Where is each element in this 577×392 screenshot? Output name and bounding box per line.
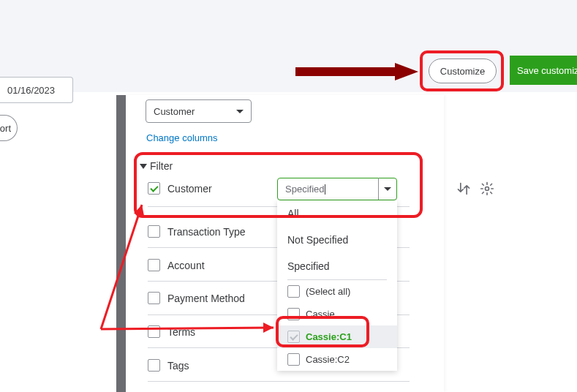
customer-filter-dropdown-toggle[interactable]	[378, 178, 396, 200]
chevron-down-icon	[236, 110, 244, 113]
option-cassie-c1[interactable]: Cassie:C1	[277, 325, 397, 348]
filter-row-terms: Terms	[148, 325, 195, 338]
cassie-c1-label: Cassie:C1	[306, 331, 352, 342]
filter-row-customer: Customer	[148, 182, 212, 195]
divider	[148, 381, 410, 382]
grouping-select[interactable]: Customer	[146, 99, 252, 123]
cassie-c1-checkbox[interactable]	[287, 331, 300, 343]
customer-checkbox[interactable]	[148, 182, 160, 195]
panel-resize-handle[interactable]	[116, 95, 126, 392]
filter-section-label: Filter	[150, 160, 173, 172]
option-select-all[interactable]: (Select all)	[277, 280, 397, 303]
option-all[interactable]: All	[277, 200, 397, 227]
cassie-c2-checkbox[interactable]	[287, 353, 300, 366]
svg-point-2	[486, 187, 489, 191]
payment-method-checkbox[interactable]	[148, 292, 160, 304]
filter-row-payment-method: Payment Method	[148, 292, 245, 304]
date-input[interactable]	[0, 77, 73, 103]
option-not-specified[interactable]: Not Specified	[277, 227, 397, 253]
customer-filter-value: Specified	[285, 184, 324, 195]
run-report-button[interactable]: ort	[0, 115, 18, 141]
customize-label: Customize	[440, 66, 485, 77]
tags-label: Tags	[167, 360, 189, 372]
save-customization-label: Save customiza	[517, 65, 577, 76]
select-all-label: (Select all)	[306, 286, 350, 297]
gear-icon[interactable]	[480, 181, 494, 196]
transaction-type-checkbox[interactable]	[148, 225, 160, 238]
cassie-c2-label: Cassie:C2	[306, 354, 350, 365]
transaction-type-label: Transaction Type	[167, 226, 246, 238]
option-cassie-c2[interactable]: Cassie:C2	[277, 348, 397, 371]
triangle-down-icon	[140, 164, 147, 169]
terms-checkbox[interactable]	[148, 325, 160, 338]
terms-label: Terms	[167, 326, 195, 338]
grouping-value: Customer	[154, 106, 195, 117]
option-cassie[interactable]: Cassie	[277, 303, 397, 325]
customer-dropdown: All Not Specified Specified (Select all)…	[277, 200, 397, 371]
change-columns-link[interactable]: Change columns	[146, 132, 218, 143]
option-specified[interactable]: Specified	[277, 253, 397, 279]
save-customization-button[interactable]: Save customiza	[510, 56, 577, 85]
chevron-down-icon	[384, 187, 391, 191]
report-action-icons	[456, 181, 494, 196]
sort-icon[interactable]	[456, 181, 471, 196]
payment-method-label: Payment Method	[167, 293, 245, 304]
customer-filter-label: Customer	[167, 183, 212, 195]
cassie-checkbox[interactable]	[287, 308, 300, 320]
filter-section-toggle[interactable]: Filter	[140, 160, 173, 172]
filter-row-account: Account	[148, 259, 205, 271]
customize-button[interactable]: Customize	[429, 59, 497, 83]
run-report-label: ort	[0, 123, 11, 134]
text-cursor	[325, 184, 325, 195]
cassie-label: Cassie	[306, 309, 335, 320]
filter-row-tags: Tags	[148, 359, 189, 372]
account-label: Account	[167, 260, 205, 271]
select-all-checkbox[interactable]	[287, 285, 300, 298]
tags-checkbox[interactable]	[148, 359, 160, 372]
filter-row-transaction-type: Transaction Type	[148, 225, 246, 238]
account-checkbox[interactable]	[148, 259, 160, 271]
